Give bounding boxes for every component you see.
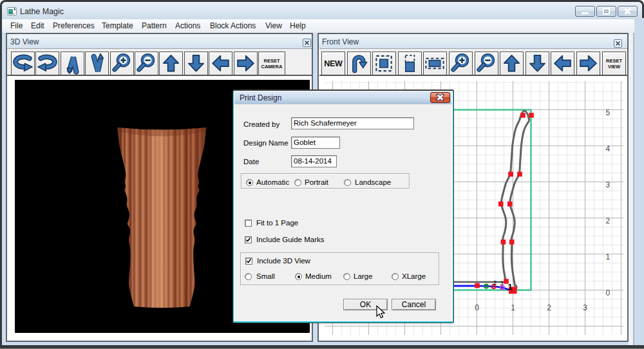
svg-text:2: 2 (547, 303, 551, 312)
svg-text:2: 2 (606, 216, 611, 225)
svg-text:4: 4 (606, 144, 611, 153)
svg-text:3: 3 (500, 280, 504, 287)
svg-text:3: 3 (606, 180, 611, 189)
svg-text:2: 2 (493, 279, 497, 286)
svg-text:3: 3 (583, 303, 587, 312)
svg-text:5: 5 (606, 108, 611, 117)
svg-text:0: 0 (606, 288, 611, 297)
svg-text:1: 1 (606, 252, 611, 261)
svg-text:0: 0 (475, 303, 479, 312)
svg-text:1: 1 (511, 303, 515, 312)
svg-text:1: 1 (508, 282, 513, 292)
